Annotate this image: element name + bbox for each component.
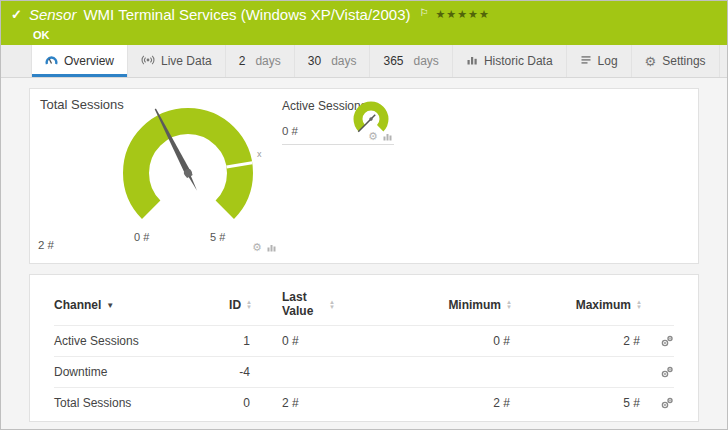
tab-label: Log xyxy=(598,54,618,68)
channel-name: Downtime xyxy=(54,365,194,379)
table-row: Total Sessions 0 2 # 2 # 5 # xyxy=(54,387,674,418)
channel-minimum: 2 # xyxy=(372,396,512,410)
channel-id: 1 xyxy=(194,334,252,348)
tab-label: Historic Data xyxy=(484,54,553,68)
log-list-icon xyxy=(580,54,592,69)
channel-name: Active Sessions xyxy=(54,334,194,348)
tab-historic-data[interactable]: Historic Data xyxy=(453,45,567,77)
channel-minimum: 0 # xyxy=(372,334,512,348)
tab-day-unit: days xyxy=(331,54,356,68)
sort-icon[interactable]: ▲▼ xyxy=(636,300,642,310)
priority-stars[interactable]: ★★★★★ xyxy=(435,8,489,21)
object-kind-label: Sensor xyxy=(29,6,77,23)
tab-2-days[interactable]: 2days xyxy=(226,45,295,77)
channel-last-value: 2 # xyxy=(252,396,372,410)
column-header-channel[interactable]: Channel ▼ xyxy=(54,298,194,312)
column-header-id[interactable]: ID ▲▼ xyxy=(194,298,252,312)
tab-live-data[interactable]: Live Data xyxy=(128,45,226,77)
tab-day-count: 30 xyxy=(308,54,321,68)
gauge-graph-icon[interactable] xyxy=(267,243,276,252)
active-sessions-current-value: 0 # xyxy=(282,125,298,137)
column-header-last-value[interactable]: Last Value ▲▼ xyxy=(252,291,372,319)
table-row: Downtime -4 xyxy=(54,356,674,387)
column-label: ID xyxy=(229,298,241,312)
channel-settings-icon[interactable] xyxy=(660,396,674,410)
flag-icon[interactable]: ⚐ xyxy=(420,7,429,18)
tab-day-unit: days xyxy=(414,54,439,68)
channel-settings-icon[interactable] xyxy=(660,365,674,379)
table-row: Active Sessions 1 0 # 0 # 2 # xyxy=(54,325,674,356)
channel-last-value: 0 # xyxy=(252,334,372,348)
bar-chart-icon xyxy=(466,54,478,69)
tab-30-days[interactable]: 30days xyxy=(295,45,371,77)
divider xyxy=(282,144,394,145)
active-gauge-controls: ⚙ xyxy=(368,131,392,142)
channel-settings-icon[interactable] xyxy=(660,334,674,348)
tab-day-count: 365 xyxy=(383,54,403,68)
gauges-panel: Total Sessions 0 # 5 # x 2 # ⚙ xyxy=(29,88,699,264)
status-badge: OK xyxy=(33,29,50,41)
channel-id: 0 xyxy=(194,396,252,410)
gauge-graph-icon[interactable] xyxy=(383,132,392,141)
gauge-settings-icon[interactable]: ⚙ xyxy=(252,242,262,253)
sensor-header: ✓ Sensor WMI Terminal Services (Windows … xyxy=(1,1,727,45)
dropdown-caret-icon[interactable]: ▼ xyxy=(106,301,114,310)
main-content: Total Sessions 0 # 5 # x 2 # ⚙ xyxy=(1,78,727,422)
status-row: OK xyxy=(11,25,717,43)
sort-icon[interactable]: ▲▼ xyxy=(329,300,335,310)
channel-maximum: 5 # xyxy=(512,396,642,410)
tab-bar: Overview Live Data 2days 30days 365days … xyxy=(1,45,727,78)
tab-log[interactable]: Log xyxy=(567,45,632,77)
gauge-settings-icon[interactable]: ⚙ xyxy=(368,131,378,142)
sensor-page: ✓ Sensor WMI Terminal Services (Windows … xyxy=(0,0,728,430)
column-label: Channel xyxy=(54,298,101,312)
tab-overview[interactable]: Overview xyxy=(31,45,128,77)
column-header-minimum[interactable]: Minimum ▲▼ xyxy=(372,298,512,312)
gauge-scale-note: x xyxy=(257,149,262,159)
table-header-row: Channel ▼ ID ▲▼ Last Value ▲▼ Minimum ▲▼… xyxy=(54,285,674,325)
column-label: Maximum xyxy=(576,298,631,312)
channel-name: Total Sessions xyxy=(54,396,194,410)
tab-label: Overview xyxy=(64,54,114,68)
tab-day-unit: days xyxy=(255,54,280,68)
channel-maximum: 2 # xyxy=(512,334,642,348)
gauge-tab-icon xyxy=(45,54,58,69)
channel-id: -4 xyxy=(194,365,252,379)
gauge-min-label: 0 # xyxy=(134,231,149,243)
column-label: Last Value xyxy=(282,291,324,319)
sensor-title: WMI Terminal Services (Windows XP/Vista/… xyxy=(83,6,410,23)
tab-365-days[interactable]: 365days xyxy=(370,45,452,77)
tab-day-count: 2 xyxy=(239,54,246,68)
total-sessions-gauge: 0 # 5 # x xyxy=(98,95,278,245)
status-check-icon: ✓ xyxy=(11,7,22,22)
live-data-icon xyxy=(141,54,155,69)
gauge-max-label: 5 # xyxy=(210,231,225,243)
column-header-maximum[interactable]: Maximum ▲▼ xyxy=(512,298,642,312)
total-sessions-current-value: 2 # xyxy=(38,239,54,251)
gear-icon: ⚙ xyxy=(645,55,657,68)
total-gauge-controls: ⚙ xyxy=(252,242,276,253)
tab-label: Settings xyxy=(662,54,705,68)
column-label: Minimum xyxy=(448,298,501,312)
tab-label: Live Data xyxy=(161,54,212,68)
channels-panel: Channel ▼ ID ▲▼ Last Value ▲▼ Minimum ▲▼… xyxy=(29,274,699,422)
tab-settings[interactable]: ⚙ Settings xyxy=(632,45,720,77)
sensor-header-row: ✓ Sensor WMI Terminal Services (Windows … xyxy=(11,6,717,23)
